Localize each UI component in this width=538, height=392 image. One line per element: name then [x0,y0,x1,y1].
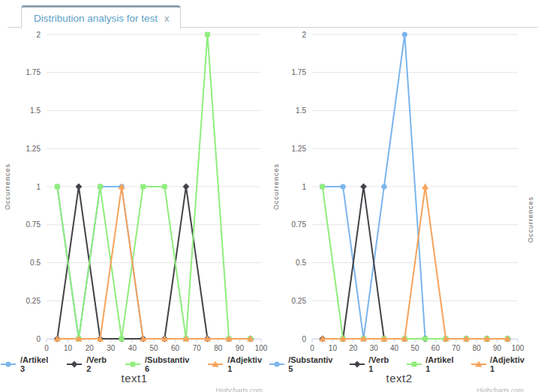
diamond-legend-marker-icon [66,360,83,369]
svg-text:1.75: 1.75 [26,68,41,76]
svg-text:0: 0 [36,335,41,343]
svg-text:90: 90 [236,344,245,352]
tab-bar: Distribution analysis for test x [8,5,538,28]
svg-text:0.25: 0.25 [26,297,41,305]
svg-text:100: 100 [512,344,524,352]
svg-text:90: 90 [493,344,502,352]
circle-legend-marker-icon [0,360,17,369]
svg-text:0.5: 0.5 [30,259,41,267]
third-chart-y-axis-title: Occurrences [524,193,538,249]
legend-label: /Substantiv 6 [145,355,196,373]
svg-text:60: 60 [171,344,180,352]
line-chart-plot-text1: 00.250.50.7511.251.51.752010203040506070… [0,28,269,354]
svg-text:70: 70 [452,344,461,352]
svg-text:1: 1 [302,183,306,191]
svg-text:2: 2 [302,31,306,39]
chart-title: text1 [0,372,269,385]
svg-text:30: 30 [107,344,116,352]
diamond-legend-marker-icon [349,360,365,369]
chart-legend: /Substantiv 5/Verb 1/Artikel 1/Adjektiv … [269,359,530,370]
legend-item[interactable]: /Substantiv 6 [125,355,196,373]
legend-label: /Artikel 3 [20,355,55,373]
triangle-legend-marker-icon [470,360,486,369]
charts-container: 00.250.50.7511.251.51.752010203040506070… [0,28,538,392]
highcharts-credits: Highcharts.com [215,387,263,392]
legend-item[interactable]: /Substantiv 5 [269,355,338,373]
svg-text:1.25: 1.25 [26,145,41,153]
svg-text:30: 30 [370,344,379,352]
svg-text:20: 20 [349,344,358,352]
tab-title: Distribution analysis for test [34,13,158,24]
svg-text:Occurrences: Occurrences [272,163,280,210]
svg-text:10: 10 [329,344,338,352]
legend-label: /Substantiv 5 [288,355,338,373]
svg-text:0.5: 0.5 [296,259,306,267]
close-icon[interactable]: x [164,13,170,23]
legend-item[interactable]: /Verb 1 [349,355,395,373]
svg-text:40: 40 [128,344,137,352]
svg-text:0: 0 [310,344,314,352]
legend-item[interactable]: /Adjektiv 1 [470,355,530,373]
legend-label: /Verb 1 [368,355,395,373]
legend-item[interactable]: /Verb 2 [66,355,113,373]
legend-label: /Adjektiv 1 [490,355,530,373]
chart-text2: 00.250.50.7511.251.51.752010203040506070… [269,28,530,392]
legend-item[interactable]: /Artikel 3 [0,355,55,373]
y-axis-title: Occurrences [527,196,534,244]
svg-text:1.5: 1.5 [296,106,306,115]
line-chart-plot-text2: 00.250.50.7511.251.51.752010203040506070… [269,28,530,354]
svg-text:70: 70 [193,344,202,352]
circle-legend-marker-icon [269,360,284,369]
svg-text:10: 10 [64,344,73,352]
svg-text:100: 100 [255,344,268,352]
svg-text:Occurrences: Occurrences [4,163,11,210]
svg-text:0: 0 [44,344,49,352]
legend-label: /Adjektiv 1 [227,355,269,373]
svg-text:1.25: 1.25 [292,145,307,153]
svg-text:0.75: 0.75 [26,220,41,229]
highcharts-credits: Highcharts.com [476,387,524,392]
svg-text:0.75: 0.75 [292,220,307,229]
svg-text:1.75: 1.75 [292,68,307,76]
svg-text:1.5: 1.5 [30,106,41,115]
svg-text:80: 80 [473,344,482,352]
svg-text:1: 1 [36,183,41,191]
svg-text:80: 80 [214,344,223,352]
svg-text:60: 60 [431,344,440,352]
triangle-legend-marker-icon [207,360,224,369]
svg-text:20: 20 [86,344,95,352]
svg-text:50: 50 [149,344,158,352]
legend-item[interactable]: /Adjektiv 1 [207,355,269,373]
chart-legend: /Artikel 3/Verb 2/Substantiv 6/Adjektiv … [0,359,269,370]
svg-text:2: 2 [36,31,41,39]
svg-text:50: 50 [410,344,419,352]
square-legend-marker-icon [125,360,141,369]
legend-label: /Verb 2 [86,355,113,373]
page: Distribution analysis for test x 00.250.… [0,0,538,392]
svg-text:40: 40 [390,344,399,352]
chart-title: text2 [269,372,530,385]
svg-text:0: 0 [302,335,306,343]
chart-text1: 00.250.50.7511.251.51.752010203040506070… [0,28,269,392]
legend-item[interactable]: /Artikel 1 [406,355,459,373]
legend-label: /Artikel 1 [425,355,459,373]
tab-distribution-analysis[interactable]: Distribution analysis for test x [21,5,181,28]
square-legend-marker-icon [406,360,422,369]
svg-text:0.25: 0.25 [292,297,307,305]
